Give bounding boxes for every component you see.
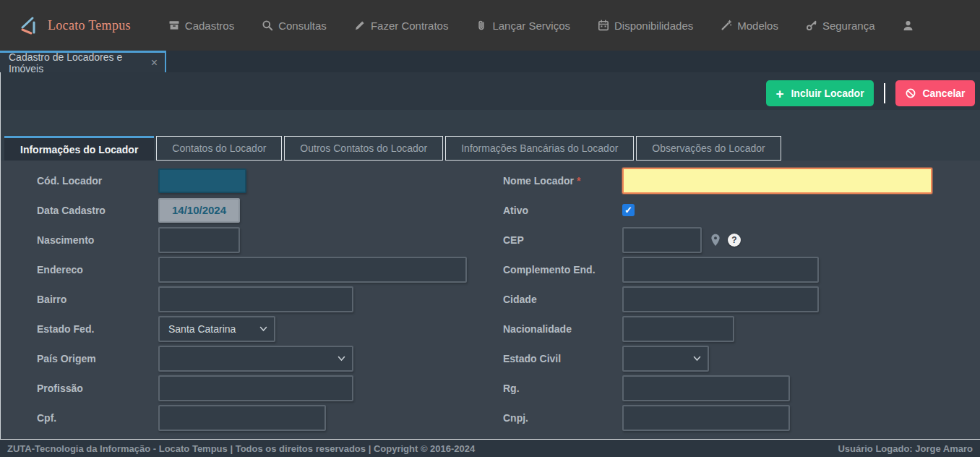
field-cod-locador: Cód. Locador (37, 166, 503, 195)
data-cadastro-input[interactable] (158, 198, 240, 223)
tab-outros-contatos-do-locador[interactable]: Outros Contatos do Locador (284, 136, 443, 161)
location-pin-icon[interactable] (710, 234, 721, 247)
nascimento-input[interactable] (158, 227, 240, 253)
logged-user-text: Usuário Logado: Jorge Amaro (838, 443, 973, 454)
bairro-input[interactable] (158, 286, 353, 312)
content-area: + Incluir Locador Cancelar Informações d… (0, 72, 980, 439)
locador-subtabs: Informações do Locador Contatos do Locad… (1, 110, 980, 161)
menu-item-cadastros[interactable]: Cadastros (168, 20, 234, 32)
incluir-locador-button[interactable]: + Incluir Locador (766, 80, 874, 106)
estado-civil-select[interactable] (622, 346, 709, 372)
field-nome-locador: Nome Locador* (503, 166, 980, 195)
brand[interactable]: Locato Tempus (17, 14, 131, 36)
close-tab-icon[interactable]: × (151, 57, 158, 69)
endereco-input[interactable] (158, 257, 467, 283)
brand-name: Locato Tempus (48, 18, 131, 33)
estado-fed-select[interactable]: Santa Catarina (158, 316, 275, 342)
cod-locador-field (158, 168, 246, 193)
calendar-icon (598, 20, 609, 31)
cep-helpers: ? (710, 234, 741, 247)
field-endereco: Endereco (37, 255, 503, 284)
rg-input[interactable] (622, 375, 790, 401)
button-separator (884, 83, 885, 103)
plus-icon: + (775, 87, 783, 101)
field-bairro: Bairro (37, 284, 503, 314)
field-profissao: Profissão (37, 373, 503, 403)
menu-item-consultas[interactable]: Consultas (262, 20, 327, 32)
cancelar-button[interactable]: Cancelar (895, 80, 975, 106)
nacionalidade-input[interactable] (622, 316, 734, 342)
checkmark-icon: ✓ (624, 205, 632, 215)
field-data-cadastro: Data Cadastro (37, 195, 503, 225)
action-toolbar: + Incluir Locador Cancelar (1, 80, 980, 106)
complemento-end-input[interactable] (622, 257, 819, 283)
copyright-text: ZUTA-Tecnologia da Informação - Locato T… (7, 443, 475, 454)
cep-help-icon[interactable]: ? (728, 234, 741, 247)
field-estado-fed: Estado Fed. Santa Catarina (37, 314, 503, 343)
chevron-down-icon (259, 326, 267, 332)
magic-wand-icon (721, 20, 732, 31)
field-estado-civil: Estado Civil (503, 343, 980, 373)
nome-locador-input[interactable] (622, 168, 932, 194)
user-icon (902, 20, 914, 32)
profissao-input[interactable] (158, 375, 353, 401)
status-bar: ZUTA-Tecnologia da Informação - Locato T… (0, 439, 980, 457)
cep-input[interactable] (622, 227, 702, 253)
paperclip-icon (476, 20, 487, 31)
chevron-down-icon (693, 356, 701, 362)
menu-item-modelos[interactable]: Modelos (721, 20, 778, 32)
field-nacionalidade: Nacionalidade (503, 314, 980, 343)
cidade-input[interactable] (622, 286, 819, 312)
cancel-icon (905, 87, 916, 99)
field-pais-origem: País Origem (37, 343, 503, 373)
window-tab-label: Cadastro de Locadores e Imóveis (9, 51, 145, 74)
window-tab-bar: Cadastro de Locadores e Imóveis × (0, 51, 980, 72)
brand-logo-icon (17, 14, 39, 36)
menu-item-lancar-servicos[interactable]: Lançar Serviços (476, 20, 570, 32)
required-asterisk: * (577, 175, 580, 187)
pais-origem-select[interactable] (158, 346, 353, 372)
search-icon (262, 20, 273, 31)
archive-icon (168, 20, 180, 31)
window-tab-cadastro-locadores[interactable]: Cadastro de Locadores e Imóveis × (0, 51, 166, 72)
field-ativo: Ativo ✓ (503, 195, 980, 225)
menu-item-disponibilidades[interactable]: Disponibilidades (598, 20, 693, 32)
field-cidade: Cidade (503, 284, 980, 314)
field-cpf: Cpf. (37, 403, 503, 432)
informacoes-do-locador-form: Cód. Locador Data Cadastro Nascimento En… (1, 161, 980, 439)
field-cnpj: Cnpj. (503, 403, 980, 432)
field-rg: Rg. (503, 373, 980, 403)
field-complemento-end: Complemento End. (503, 255, 980, 284)
menu-item-seguranca[interactable]: Segurança (806, 20, 875, 32)
form-column-right: Nome Locador* Ativo ✓ CEP (503, 166, 980, 439)
field-cep: CEP ? (503, 225, 980, 255)
user-menu[interactable] (902, 20, 914, 32)
tab-informacoes-do-locador[interactable]: Informações do Locador (4, 136, 154, 161)
tab-informacoes-bancarias-do-locador[interactable]: Informações Bancárias do Locador (445, 136, 634, 161)
form-section: Informações do Locador Contatos do Locad… (1, 110, 980, 439)
tab-observacoes-do-locador[interactable]: Observações do Locador (636, 136, 781, 161)
cpf-input[interactable] (158, 405, 326, 431)
main-menu: Cadastros Consultas Fazer Contratos Lanç… (168, 20, 915, 32)
key-icon (806, 20, 817, 31)
menu-item-fazer-contratos[interactable]: Fazer Contratos (354, 20, 449, 32)
chevron-down-icon (338, 356, 345, 362)
cnpj-input[interactable] (622, 405, 790, 431)
top-navbar: Locato Tempus Cadastros Consultas Fazer … (0, 0, 980, 51)
ativo-checkbox[interactable]: ✓ (622, 204, 635, 216)
field-nascimento: Nascimento (37, 225, 503, 255)
form-column-left: Cód. Locador Data Cadastro Nascimento En… (37, 166, 503, 439)
tab-contatos-do-locador[interactable]: Contatos do Locador (156, 136, 282, 161)
pen-icon (354, 20, 366, 31)
